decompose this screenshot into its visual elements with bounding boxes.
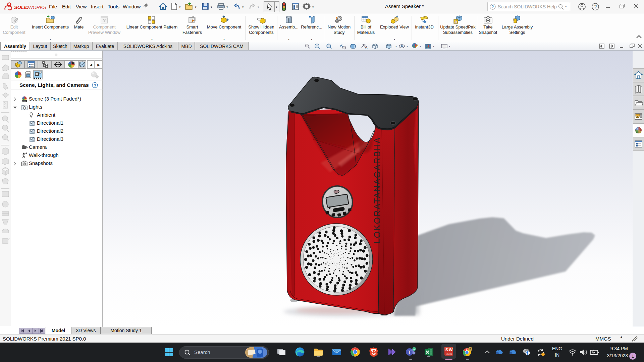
svg-text:W: W [449,348,453,352]
svg-text:!: ! [455,20,456,23]
svg-text:Snapshots: Snapshots [29,160,53,166]
svg-text:Directional2: Directional2 [37,128,63,134]
svg-text:LOKORATANAGARBHA: LOKORATANAGARBHA [372,137,382,244]
svg-text:WORKS: WORKS [28,5,46,10]
svg-text:Directional1: Directional1 [37,120,63,126]
svg-text:A: A [365,45,368,49]
svg-text:Scene, Lights, and Cameras: Scene, Lights, and Cameras [19,82,89,88]
svg-text:?: ? [594,4,597,9]
svg-text:▾: ▾ [395,45,397,48]
svg-text:▾: ▾ [407,45,408,48]
svg-text:Walk-through: Walk-through [29,152,59,158]
svg-text:S: S [445,348,448,352]
svg-text:SOLID: SOLID [14,5,29,10]
svg-text:Ambient: Ambient [37,112,56,118]
svg-text:▾: ▾ [433,45,434,48]
svg-text:2021: 2021 [446,352,452,355]
svg-text:Lights: Lights [29,104,42,110]
svg-text:Directional3: Directional3 [37,136,63,142]
svg-text:Scene (3 Point Faded*): Scene (3 Point Faded*) [29,96,81,102]
svg-text:Camera: Camera [29,144,47,150]
svg-text:▾: ▾ [420,45,421,48]
svg-text:?: ? [94,83,96,87]
svg-text:▾: ▾ [449,45,450,48]
svg-text:?: ? [492,5,494,9]
svg-text:T: T [408,349,411,355]
